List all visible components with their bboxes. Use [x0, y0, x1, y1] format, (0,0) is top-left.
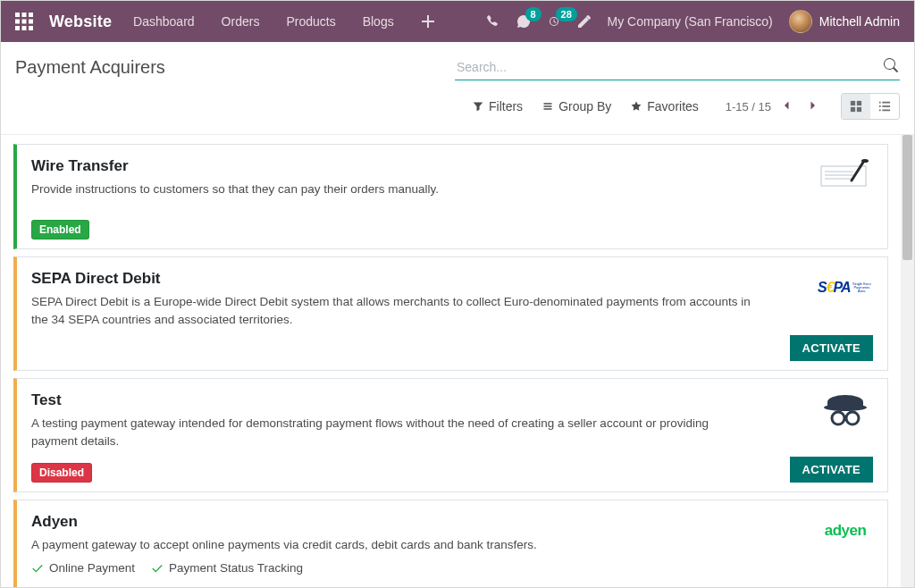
- control-panel: Payment Acquirers Filters Group By: [1, 42, 914, 135]
- svg-rect-8: [29, 26, 33, 30]
- svg-rect-0: [15, 13, 20, 17]
- card-description: A testing payment gateway intended for d…: [31, 415, 755, 451]
- favorites-button[interactable]: Favorites: [631, 99, 699, 113]
- svg-point-26: [824, 404, 867, 411]
- kanban-content: Wire Transfer Provide instructions to cu…: [1, 135, 901, 587]
- wire-transfer-logo: [818, 155, 873, 195]
- card-description: Provide instructions to customers so tha…: [31, 181, 755, 198]
- groupby-button[interactable]: Group By: [542, 99, 611, 113]
- feature-item: Payment Status Tracking: [151, 561, 303, 575]
- sepa-logo: S€PA Single Euro Payments Area: [818, 268, 873, 307]
- svg-point-27: [832, 412, 844, 424]
- scrollbar-thumb[interactable]: [902, 135, 912, 260]
- avatar: [789, 10, 812, 33]
- svg-rect-3: [15, 20, 20, 24]
- check-icon: [31, 562, 44, 575]
- nav-products[interactable]: Products: [286, 14, 335, 29]
- card-description: A payment gateway to accept online payme…: [31, 536, 755, 554]
- svg-rect-4: [22, 20, 27, 24]
- svg-rect-13: [879, 102, 881, 104]
- svg-rect-17: [879, 110, 881, 112]
- svg-rect-11: [851, 107, 855, 112]
- phone-icon[interactable]: [486, 14, 500, 29]
- acquirer-card[interactable]: Wire Transfer Provide instructions to cu…: [13, 144, 888, 249]
- activate-button[interactable]: ACTIVATE: [790, 335, 873, 361]
- search-icon[interactable]: [884, 58, 898, 75]
- chat-icon[interactable]: 8: [516, 14, 531, 29]
- test-logo: [818, 390, 873, 429]
- card-description: SEPA Direct Debit is a Europe-wide Direc…: [31, 293, 755, 330]
- chat-badge: 8: [525, 7, 541, 21]
- svg-rect-14: [882, 102, 890, 104]
- svg-rect-6: [15, 26, 20, 30]
- search-input[interactable]: [455, 55, 900, 80]
- adyen-logo: adyen: [818, 511, 873, 550]
- nav-orders[interactable]: Orders: [222, 14, 260, 29]
- activity-icon[interactable]: 28: [547, 14, 561, 29]
- acquirer-card[interactable]: Adyen A payment gateway to accept online…: [13, 500, 888, 587]
- card-title: SEPA Direct Debit: [31, 270, 873, 288]
- svg-rect-12: [857, 107, 861, 112]
- list-view-icon[interactable]: [870, 94, 899, 119]
- nav-dashboard[interactable]: Dashboard: [133, 14, 195, 29]
- user-menu[interactable]: Mitchell Admin: [789, 10, 900, 33]
- app-brand[interactable]: Website: [49, 13, 112, 31]
- pager-prev-icon[interactable]: [778, 97, 796, 117]
- acquirer-card[interactable]: SEPA Direct Debit SEPA Direct Debit is a…: [13, 256, 888, 371]
- activate-button[interactable]: ACTIVATE: [790, 457, 873, 483]
- svg-point-28: [846, 412, 859, 424]
- svg-rect-7: [22, 26, 27, 30]
- check-icon: [151, 562, 164, 575]
- new-content-icon[interactable]: [421, 14, 435, 29]
- user-name: Mitchell Admin: [819, 14, 900, 29]
- tools-icon[interactable]: [577, 14, 592, 29]
- svg-rect-15: [879, 105, 881, 107]
- card-title: Wire Transfer: [31, 157, 873, 175]
- filters-button[interactable]: Filters: [473, 99, 523, 113]
- pager-next-icon[interactable]: [803, 97, 821, 117]
- pager: 1-15 / 15: [726, 97, 821, 117]
- scrollbar[interactable]: [901, 135, 914, 587]
- acquirer-card[interactable]: Test A testing payment gateway intended …: [13, 378, 888, 492]
- svg-rect-9: [851, 101, 855, 105]
- kanban-view-icon[interactable]: [842, 94, 870, 119]
- svg-rect-5: [29, 20, 33, 24]
- svg-rect-10: [857, 101, 861, 105]
- status-badge: Enabled: [31, 220, 89, 239]
- nav-blogs[interactable]: Blogs: [363, 14, 394, 29]
- main-navbar: Website Dashboard Orders Products Blogs …: [1, 1, 914, 42]
- apps-menu-icon[interactable]: [15, 13, 33, 30]
- svg-point-23: [861, 159, 869, 163]
- feature-item: Online Payment: [31, 561, 135, 575]
- card-title: Adyen: [31, 513, 873, 531]
- svg-rect-16: [882, 105, 890, 107]
- svg-rect-18: [882, 110, 890, 112]
- svg-rect-1: [22, 13, 27, 17]
- svg-rect-2: [29, 13, 33, 17]
- pager-text: 1-15 / 15: [726, 100, 771, 113]
- company-selector[interactable]: My Company (San Francisco): [608, 14, 773, 29]
- activity-badge: 28: [556, 7, 577, 21]
- card-title: Test: [31, 391, 873, 409]
- status-badge: Disabled: [31, 463, 92, 483]
- page-title: Payment Acquirers: [15, 57, 165, 78]
